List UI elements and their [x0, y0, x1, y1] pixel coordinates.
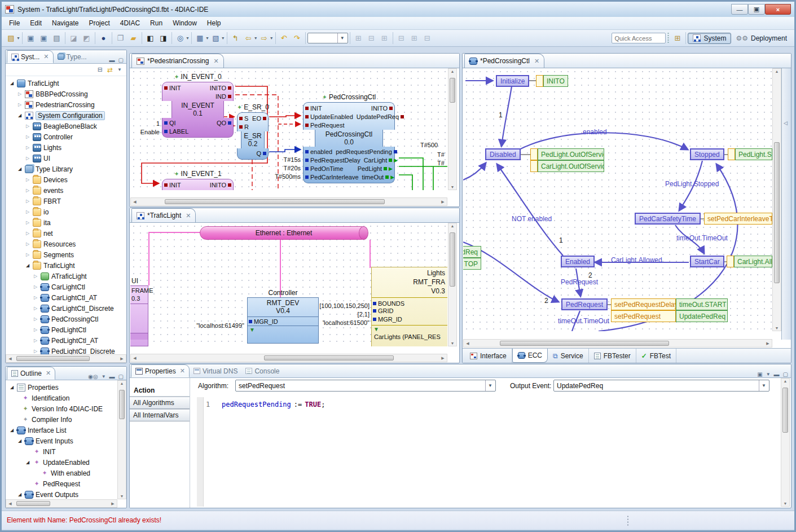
event-pin[interactable] — [305, 115, 309, 118]
ecc-transitions-layer[interactable] — [463, 68, 772, 331]
algorithm-code-editor[interactable]: 1 pedRequestPending:=TRUE; — [197, 397, 780, 507]
transition-pedrequest[interactable]: PedRequest — [561, 278, 598, 286]
expand-icon[interactable]: ◢ — [25, 460, 30, 465]
tab-fbtest[interactable]: ✓FBTest — [636, 349, 676, 363]
action-event-timeout-start[interactable]: timeOut.START — [676, 298, 728, 310]
import-button[interactable]: ◩ — [80, 32, 93, 45]
expand-icon[interactable]: ▷ — [33, 316, 38, 322]
device-param-value[interactable]: [2,1] — [316, 311, 370, 318]
view-menu-icon[interactable]: ▼ — [102, 374, 106, 379]
action-event-updatepedreq[interactable]: UpdatePedReq — [676, 310, 728, 322]
pin-value[interactable]: T#20s — [267, 165, 301, 172]
adapter-pin[interactable] — [385, 175, 389, 179]
data-pin[interactable] — [305, 175, 309, 179]
tree-item-bbbpedcrossing[interactable]: ▷BBBPedCrossing — [6, 89, 126, 99]
action-algorithm-setpedcarinterleave[interactable]: setPedCarInterleaveTi — [704, 213, 772, 225]
algorithm-combo[interactable]: setPedRequest▼ — [235, 380, 496, 392]
save-all-button[interactable]: ▣ — [37, 32, 50, 45]
expand-icon[interactable]: ▷ — [25, 199, 30, 204]
menu-4diac[interactable]: 4DIAC — [115, 18, 145, 28]
minimize-button[interactable]: — — [731, 4, 748, 15]
tree-item-io[interactable]: ▷io — [6, 206, 126, 217]
expand-icon[interactable]: ◢ — [17, 492, 23, 497]
state-enabled[interactable]: Enabled — [561, 256, 595, 267]
outline-item-event-inputs[interactable]: ◢Event Inputs — [6, 436, 126, 446]
adapter-pin[interactable] — [384, 167, 387, 170]
pin-value[interactable]: T#15s — [267, 156, 301, 163]
transition-carlight-allowed[interactable]: CarLight.Allowed — [611, 256, 662, 264]
statusbar-drag-handle[interactable] — [627, 515, 629, 526]
monitor-on-button[interactable]: ◧ — [144, 32, 157, 45]
copy-button[interactable]: ❐ — [114, 32, 127, 45]
expand-icon[interactable]: ▷ — [25, 231, 30, 236]
expand-icon[interactable]: ◢ — [9, 385, 15, 390]
transition-priority[interactable]: 1 — [559, 236, 563, 244]
outline-item-updateenabled[interactable]: ◢✦UpdateEnabled — [6, 457, 126, 468]
menu-help[interactable]: Help — [202, 18, 226, 28]
tab-pedestriancrossing[interactable]: *PedestrianCrossing✕ — [131, 54, 224, 68]
tree-item-carlightctl[interactable]: ▷CarLightCtl — [6, 282, 126, 292]
outline-hscrollbar[interactable]: ◀▶ — [6, 499, 117, 508]
expand-icon[interactable]: ▷ — [17, 102, 23, 107]
maximize-view-icon[interactable]: ▢ — [118, 57, 124, 63]
resource-triangle-icon[interactable]: ▼ — [248, 326, 318, 333]
event-pin[interactable] — [228, 95, 231, 98]
action-event-carlight-outofservice[interactable]: CarLight.OutOfService — [538, 160, 604, 172]
close-icon[interactable]: ✕ — [180, 367, 185, 375]
outline-item-init[interactable]: ✦INIT — [6, 446, 126, 457]
tree-item-pedcrossingctl[interactable]: ▷PedCrossingCtl — [6, 314, 126, 324]
tree-item-type-library[interactable]: ◢Type Library — [6, 164, 126, 174]
action-algorithm-stub[interactable] — [530, 148, 538, 160]
tree-item-beagleboneblack[interactable]: ▷BeagleBoneBlack — [6, 121, 126, 131]
fbn-canvas[interactable]: ✦IN_EVENT_0 INITINITO IND IN_EVENT0.1 QI… — [130, 68, 447, 190]
tree-item-traficlight[interactable]: ◢TraficLight — [6, 78, 126, 89]
zoom-dropdown-icon[interactable]: ▼ — [186, 36, 190, 40]
transition-timeout-low[interactable]: timeOut.TimeOut — [558, 317, 609, 325]
close-button[interactable]: × — [765, 4, 791, 15]
fb-e-sr-0[interactable]: ✦E_SR_0 SEO R E_SR0.2 Q — [237, 112, 269, 160]
layout-grid-button[interactable]: ⊞ — [352, 32, 365, 45]
fbn-vscrollbar[interactable]: ▲▼ — [448, 68, 457, 190]
action-event-clipped-updatepedreq[interactable]: dReq — [463, 246, 481, 258]
tree-item-lights[interactable]: ▷Lights — [6, 142, 126, 153]
fb-connect-button[interactable]: ▧ — [209, 32, 222, 45]
tree-item-atraficlight[interactable]: ▷ATraficLight — [6, 271, 126, 282]
forward-dropdown-icon[interactable]: ▼ — [270, 36, 274, 40]
open-folder-button[interactable]: ▰ — [127, 32, 140, 45]
fbn-hscrollbar[interactable]: ◀▶ — [130, 197, 447, 206]
clipped-value[interactable]: T#500 — [420, 142, 443, 148]
tab-properties[interactable]: Properties✕ — [131, 364, 190, 377]
state-stopped[interactable]: Stopped — [690, 148, 724, 160]
export-button[interactable]: ◪ — [67, 32, 80, 45]
outline-filter-icon[interactable]: ◉◎ — [88, 373, 98, 380]
adapter-pin[interactable] — [389, 159, 392, 162]
data-pin[interactable] — [394, 150, 397, 153]
event-pin[interactable] — [401, 115, 404, 118]
data-pin[interactable] — [305, 159, 309, 162]
expand-icon[interactable]: ▷ — [33, 295, 38, 300]
tree-item-segments[interactable]: ▷Segments — [6, 249, 126, 260]
action-algorithm-setpedrequest[interactable]: setPedRequest — [611, 310, 676, 322]
state-pedcarsafetytime[interactable]: PedCarSafetyTime — [635, 213, 701, 225]
outline-item-version-info[interactable]: ✦Version Info 4DIAC-IDE — [6, 403, 126, 414]
tab-console[interactable]: Console — [241, 364, 283, 377]
fb-pedcrossingctl[interactable]: ✦PedCrossingCtl INITINITO UpdateEnabledU… — [303, 102, 395, 183]
event-pin[interactable] — [305, 124, 309, 127]
action-algorithm-stub[interactable] — [727, 256, 734, 267]
data-pin[interactable] — [263, 152, 266, 155]
tab-ecc[interactable]: ECC — [512, 349, 548, 363]
ecc-vscrollbar[interactable]: ▲▼ — [772, 68, 781, 331]
device-param-value[interactable]: 'localhost:61500" — [316, 319, 370, 326]
tab-interface[interactable]: Interface — [465, 349, 512, 363]
tab-system-explorer[interactable]: Syst...✕ — [7, 50, 54, 63]
minimize-view-icon[interactable]: ▬ — [774, 371, 780, 377]
palette-expand-icon[interactable]: ◁ — [784, 120, 788, 126]
expand-icon[interactable]: ▷ — [33, 338, 38, 343]
tree-item-ita[interactable]: ▷ita — [6, 217, 126, 228]
debug-globe-button[interactable]: ● — [97, 32, 110, 45]
save-button[interactable]: ▣ — [24, 32, 37, 45]
maximize-button[interactable]: ▣ — [748, 4, 765, 15]
chevron-down-icon[interactable]: ▼ — [485, 380, 492, 391]
resource-triangle-icon[interactable]: ▼ — [372, 326, 447, 332]
device-lights[interactable]: Lights RMT_FRA V0.3 BOUNDS GRID MGR_ID ▼… — [371, 267, 447, 346]
